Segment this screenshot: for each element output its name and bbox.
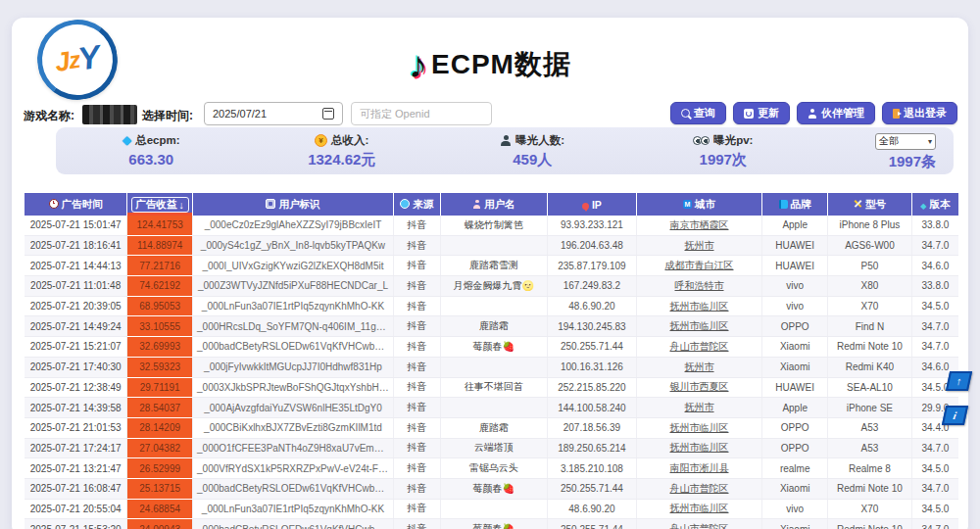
cell-ip: 252.215.85.220	[548, 377, 637, 398]
calendar-icon	[322, 108, 334, 120]
stat-value: 1997次	[628, 151, 819, 169]
cell-username	[440, 357, 548, 377]
logout-icon	[893, 109, 900, 119]
button-label: 更新	[758, 106, 779, 120]
cell-revenue: 25.13715	[127, 478, 193, 499]
cell-openid: _000eCz0zEz9glAheXZZSyI79jBBcxIeIT	[193, 216, 394, 235]
cell-openid: _000badCBetyRSLOEDw61VqKfVHCwbe9wv	[193, 519, 394, 529]
cell-time: 2025-07-21 17:24:17	[24, 438, 127, 458]
column-label: 用户标识	[278, 198, 319, 210]
cell-city[interactable]: 银川市西夏区	[636, 377, 762, 398]
openid-input[interactable]	[351, 102, 492, 125]
cell-model: Redmi Note 10	[828, 519, 912, 529]
cell-revenue: 27.04382	[127, 438, 193, 458]
cell-username: 莓颜春🍓	[440, 519, 548, 529]
cell-username	[440, 296, 548, 316]
date-value: 2025/07/21	[213, 108, 267, 120]
city-icon	[683, 200, 692, 209]
cell-time: 2025-07-21 14:49:24	[24, 316, 127, 337]
stat-label: 总收入:	[331, 133, 368, 148]
cell-brand: HUAWEI	[762, 235, 828, 256]
cell-model: Redmi Note 10	[828, 337, 912, 358]
cell-city[interactable]: 抚州市临川区	[636, 417, 762, 438]
cell-brand: Xiaomi	[762, 337, 828, 358]
cell-ip: 144.100.58.240	[548, 398, 637, 418]
col-ip[interactable]: IP	[548, 193, 637, 216]
cell-revenue: 26.52999	[127, 458, 193, 479]
user-icon	[472, 200, 481, 209]
cell-openid: _0003XJkbSPRJtewBoFShQGJtqxYshbHzN	[193, 377, 394, 398]
stat-label: 曝光pv:	[713, 133, 753, 148]
table-row: 2025-07-21 15:21:0732.69993_000badCBetyR…	[24, 337, 958, 358]
cell-revenue: 24.68854	[127, 499, 193, 519]
cell-city[interactable]: 抚州市	[636, 357, 762, 377]
info-button[interactable]: i	[942, 406, 968, 425]
stat-total-ecpm: 总ecpm:663.30	[56, 133, 247, 169]
brand-icon	[779, 200, 788, 209]
cell-brand: HUAWEI	[762, 377, 828, 398]
cell-model: Redmi K40	[828, 357, 912, 377]
table-row: 2025-07-21 14:49:2433.10555_000HRcsLDq_S…	[24, 316, 958, 337]
cell-source: 抖音	[393, 316, 440, 337]
cell-ip: 207.18.56.39	[548, 417, 637, 438]
cell-city[interactable]: 舟山市普陀区	[636, 337, 762, 358]
table-row: 2025-07-21 16:08:4725.13715_000badCBetyR…	[24, 478, 958, 499]
partner-manage-button[interactable]: 伙伴管理	[797, 102, 875, 124]
cell-city[interactable]: 抚州市	[636, 398, 762, 418]
col-model[interactable]: 型号	[828, 193, 912, 216]
source-icon	[400, 199, 410, 209]
cell-city[interactable]: 抚州市临川区	[636, 438, 762, 458]
money-icon	[315, 134, 327, 147]
col-ad-time[interactable]: 广告时间	[24, 193, 127, 216]
col-city[interactable]: 城市	[636, 193, 762, 216]
cell-revenue: 28.14209	[127, 417, 193, 438]
cell-city[interactable]: 成都市青白江区	[636, 256, 762, 276]
cell-city[interactable]: 舟山市普陀区	[636, 519, 762, 529]
query-button[interactable]: 查询	[670, 102, 726, 124]
cell-source: 抖音	[393, 438, 440, 458]
cell-username: 鹿踏霜雪测	[440, 256, 548, 276]
cell-city[interactable]: 南阳市淅川县	[636, 458, 762, 479]
table-row: 2025-07-21 17:24:1727.04382_000O1fCFEE3P…	[24, 438, 958, 458]
table-row: 2025-07-21 20:39:0568.95053_000LnFun3a07…	[24, 296, 958, 316]
cell-city[interactable]: 抚州市临川区	[636, 499, 762, 519]
button-label: 伙伴管理	[821, 106, 864, 120]
cell-revenue: 77.21716	[127, 256, 193, 276]
col-ad-revenue[interactable]: 广告收益↓	[127, 193, 193, 216]
cell-model: X70	[828, 296, 912, 316]
cell-city[interactable]: 抚州市	[636, 235, 762, 256]
scroll-top-button[interactable]: ↑	[946, 371, 972, 391]
cell-version: 34.6.0	[911, 256, 958, 276]
col-brand[interactable]: 品牌	[762, 193, 828, 216]
filter-select[interactable]: 全部 ▾	[875, 133, 936, 150]
cell-time: 2025-07-21 16:08:47	[24, 478, 127, 499]
col-username[interactable]: 用户名	[440, 193, 548, 216]
cell-city[interactable]: 舟山市普陀区	[636, 478, 762, 499]
cell-ip: 100.16.31.126	[548, 357, 637, 377]
cell-version: 34.7.0	[911, 337, 958, 358]
cell-revenue: 24.00943	[127, 519, 193, 529]
col-version[interactable]: 版本	[911, 193, 958, 216]
cell-model: A53	[828, 438, 912, 458]
cell-city[interactable]: 抚州市临川区	[636, 316, 762, 337]
cell-brand: OPPO	[762, 438, 828, 458]
date-input[interactable]: 2025/07/21	[204, 102, 343, 125]
page-title: ECPM数据	[431, 46, 571, 83]
cell-city[interactable]: 抚州市临川区	[636, 296, 762, 316]
cell-ip: 250.255.71.44	[548, 519, 637, 529]
cell-brand: HUAWEI	[762, 256, 828, 276]
cell-revenue: 114.88974	[127, 235, 193, 256]
cell-version: 34.7.0	[911, 519, 958, 529]
column-label: 用户名	[484, 198, 515, 210]
cell-city[interactable]: 南京市栖霞区	[636, 216, 762, 235]
logout-button[interactable]: 退出登录	[882, 102, 957, 124]
col-source[interactable]: 来源	[393, 193, 440, 216]
cell-version: 34.5.0	[911, 296, 958, 316]
stats-bar: 总ecpm:663.30总收入:1324.62元曝光人数:459人曝光pv:19…	[56, 127, 954, 174]
cell-city[interactable]: 呼和浩特市	[636, 276, 762, 297]
button-label: 退出登录	[904, 106, 947, 120]
cell-username: 鹿踏霜	[440, 417, 548, 438]
col-user-openid[interactable]: 用户标识	[193, 193, 394, 216]
refresh-button[interactable]: 更新	[733, 102, 790, 124]
cell-username	[440, 235, 548, 256]
